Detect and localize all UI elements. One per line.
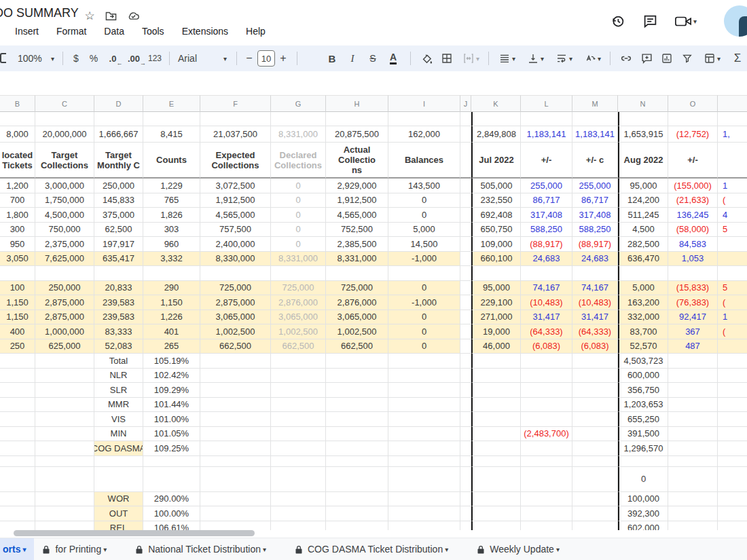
cell-O-r23[interactable] (668, 456, 718, 467)
cell-H-r23[interactable] (326, 456, 388, 467)
cell-J-r15[interactable] (460, 339, 471, 354)
cell-L-r22[interactable] (521, 441, 572, 456)
cell-O-r25[interactable] (668, 492, 718, 507)
cell-D-r15[interactable]: 52,083 (94, 339, 143, 354)
cell-L-r11[interactable]: 74,167 (521, 281, 572, 296)
cell-O-r15[interactable]: 487 (668, 339, 718, 354)
cell-B-r19[interactable] (0, 398, 35, 413)
cell-C-r6[interactable]: 4,500,000 (35, 208, 94, 223)
cell-D-r11[interactable]: 20,833 (94, 281, 143, 296)
cell-F-r17[interactable] (200, 369, 271, 384)
decrease-font-size-button[interactable]: − (241, 49, 257, 68)
cell-K-r2[interactable]: 2,849,808 (471, 126, 521, 143)
cell-L-r23[interactable] (521, 456, 572, 467)
cell-E-r27[interactable]: 106.61% (143, 521, 200, 531)
cell-E-r5[interactable]: 765 (143, 193, 200, 208)
column-header-E[interactable]: E (143, 95, 200, 112)
cell-L-r15[interactable]: (6,083) (521, 339, 572, 354)
cell-L-r2[interactable]: 1,183,141 (521, 126, 572, 143)
cell-J-r19[interactable] (460, 398, 471, 413)
cell-D-r18[interactable]: SLR (94, 383, 143, 398)
cell-J-r21[interactable] (460, 427, 471, 442)
cell-I-r14[interactable]: 0 (388, 324, 460, 339)
cell-M-r15[interactable]: (6,083) (572, 339, 618, 354)
cell-K-r20[interactable] (471, 412, 521, 427)
cell-B-r15[interactable]: 250 (0, 339, 35, 354)
cell-G-r2[interactable]: 8,331,000 (271, 126, 326, 143)
cell-P-r20[interactable] (718, 412, 747, 427)
cell-C-r16[interactable] (35, 354, 94, 369)
cell-K-r25[interactable] (471, 492, 521, 507)
cell-H-r4[interactable]: 2,929,000 (326, 179, 388, 193)
menu-tools[interactable]: Tools (136, 24, 170, 38)
cell-B-r17[interactable] (0, 369, 35, 384)
cell-P-r14[interactable]: ( (718, 324, 747, 339)
column-header-L[interactable]: L (521, 95, 572, 112)
cell-O-r5[interactable]: (21,633) (668, 193, 718, 208)
cell-I-r17[interactable] (388, 369, 460, 384)
cell-F-r27[interactable] (200, 521, 271, 531)
cell-L-r1[interactable] (521, 112, 572, 126)
cell-M-r25[interactable] (572, 492, 618, 507)
cell-I-r26[interactable] (388, 506, 460, 521)
cell-H-r22[interactable] (326, 441, 388, 456)
cell-E-r14[interactable]: 401 (143, 324, 200, 339)
cell-M-r24[interactable] (572, 467, 618, 492)
currency-format-button[interactable]: $ (67, 49, 85, 68)
cell-D-r8[interactable]: 197,917 (94, 237, 143, 252)
cell-O-r21[interactable] (668, 427, 718, 442)
cell-C-r9[interactable]: 7,625,000 (35, 252, 94, 267)
cell-G-r16[interactable] (271, 354, 326, 369)
cell-B-r6[interactable]: 1,800 (0, 208, 35, 223)
cell-D-r2[interactable]: 1,666,667 (94, 126, 143, 143)
cell-N-r24[interactable]: 0 (618, 467, 668, 492)
cell-I-r16[interactable] (388, 354, 460, 369)
cell-I-r25[interactable] (388, 492, 460, 507)
cell-O-r9[interactable]: 1,053 (668, 252, 718, 267)
cell-M-r13[interactable]: 31,417 (572, 310, 618, 325)
cell-I-r21[interactable] (388, 427, 460, 442)
cell-H-r12[interactable]: 2,876,000 (326, 295, 388, 310)
cell-L-r13[interactable]: 31,417 (521, 310, 572, 325)
percent-format-button[interactable]: % (85, 49, 103, 68)
cell-I-r10[interactable] (388, 266, 460, 281)
cell-H-r7[interactable]: 752,500 (326, 223, 388, 238)
cell-F-r11[interactable]: 725,000 (200, 281, 271, 296)
cell-C-r4[interactable]: 3,000,000 (35, 179, 94, 193)
strikethrough-button[interactable]: S (363, 49, 383, 68)
cell-H-r25[interactable] (326, 492, 388, 507)
cell-G-r13[interactable]: 3,065,000 (271, 310, 326, 325)
cell-M-r2[interactable]: 1,183,141 (572, 126, 618, 143)
cell-O-r3[interactable]: +/- (668, 143, 718, 179)
cell-B-r7[interactable]: 300 (0, 223, 35, 238)
cell-B-r3[interactable]: located Tickets (0, 143, 35, 179)
cell-B-r27[interactable] (0, 521, 35, 531)
cell-B-r26[interactable] (0, 506, 35, 521)
cell-F-r4[interactable]: 3,072,500 (200, 179, 271, 193)
cell-O-r17[interactable] (668, 369, 718, 384)
cell-H-r13[interactable]: 3,065,000 (326, 310, 388, 325)
cell-I-r12[interactable]: -1,000 (388, 295, 460, 310)
cell-C-r5[interactable]: 1,750,000 (35, 193, 94, 208)
cell-N-r4[interactable]: 95,000 (618, 179, 668, 193)
cell-O-r4[interactable]: (155,000) (668, 179, 718, 193)
cell-G-r21[interactable] (271, 427, 326, 442)
cell-K-r26[interactable] (471, 506, 521, 521)
cell-K-r23[interactable] (471, 456, 521, 467)
font-select[interactable]: Arial▾ (174, 49, 231, 68)
cell-D-r27[interactable]: REL (94, 521, 143, 531)
cell-L-r10[interactable] (521, 266, 572, 281)
cell-O-r16[interactable] (668, 354, 718, 369)
cell-O-r19[interactable] (668, 398, 718, 413)
cell-B-r13[interactable]: 1,150 (0, 310, 35, 325)
cell-G-r1[interactable] (271, 112, 326, 126)
cell-C-r11[interactable]: 250,000 (35, 281, 94, 296)
column-header-G[interactable]: G (271, 95, 326, 112)
cell-C-r3[interactable]: Target Collections (35, 143, 94, 179)
cell-M-r18[interactable] (572, 383, 618, 398)
cell-F-r19[interactable] (200, 398, 271, 413)
document-title[interactable]: DO SUMMARY (0, 6, 79, 20)
cell-M-r9[interactable]: 24,683 (572, 252, 618, 267)
horizontal-align-icon[interactable]: ▾ (493, 49, 522, 68)
cell-E-r1[interactable] (143, 112, 200, 126)
